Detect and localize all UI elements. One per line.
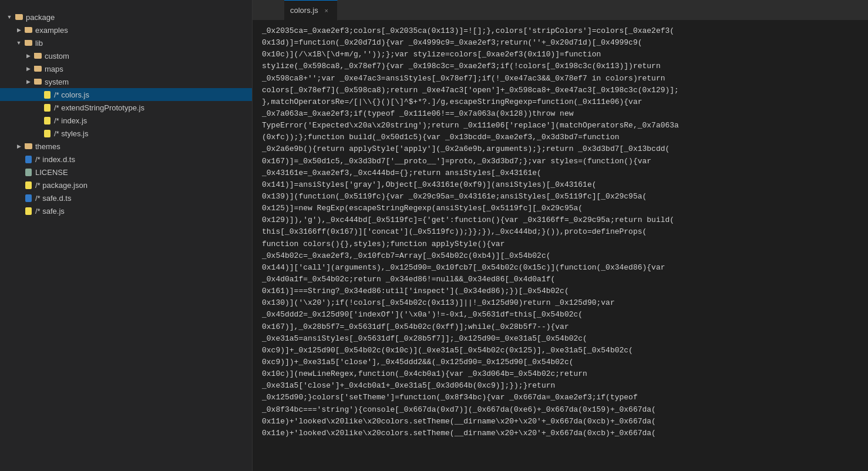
tree-item-label: lib <box>35 39 43 48</box>
chevron-icon <box>23 77 33 86</box>
folder-icon <box>33 77 42 86</box>
folder-icon <box>33 51 42 60</box>
tree-item-index-d-ts[interactable]: /* index.d.ts <box>0 153 252 166</box>
ts-file-icon <box>23 154 33 164</box>
chevron-icon <box>33 90 42 99</box>
tab-bar: colors.js× <box>253 0 868 21</box>
chevron-icon <box>33 129 42 138</box>
chevron-icon <box>14 180 23 190</box>
tree-item-examples[interactable]: examples <box>0 23 252 36</box>
chevron-icon <box>33 116 42 125</box>
folder-icon <box>23 25 33 35</box>
tree-item-label: themes <box>35 142 60 151</box>
tab-colors-js[interactable]: colors.js× <box>284 0 338 21</box>
tree-item-custom[interactable]: custom <box>0 49 252 62</box>
chevron-icon <box>33 103 42 112</box>
tree-item-label: LICENSE <box>35 168 68 177</box>
folder-icon <box>14 12 23 22</box>
js-file-icon <box>23 206 33 216</box>
tree-item-label: /* safe.js <box>35 207 65 216</box>
tree-item-label: system <box>45 78 69 86</box>
tree-item-label: /* package.json <box>35 181 88 190</box>
sidebar-header <box>0 0 252 9</box>
chevron-icon <box>14 154 23 164</box>
chevron-icon <box>23 64 33 73</box>
js-file-icon <box>42 116 52 125</box>
tree-item-label: /* extendStringPrototype.js <box>54 103 144 112</box>
folder-icon <box>23 38 33 48</box>
code-editor[interactable]: _0x2035ca=_0xae2ef3;colors[_0x2035ca(0x1… <box>253 21 868 471</box>
file-tree: packageexampleslibcustommapssystem/* col… <box>0 9 252 471</box>
tree-item-maps[interactable]: maps <box>0 62 252 75</box>
tab-label: colors.js <box>290 6 318 15</box>
js-file-icon <box>42 129 52 138</box>
tree-item-safe-js[interactable]: /* safe.js <box>0 204 252 217</box>
chevron-icon <box>5 12 14 22</box>
nav-forward-button[interactable] <box>269 4 281 16</box>
tree-item-license[interactable]: LICENSE <box>0 166 252 179</box>
tree-item-label: /* index.js <box>54 116 87 125</box>
tree-item-label: custom <box>45 52 69 60</box>
chevron-icon <box>14 193 23 203</box>
nav-arrows <box>253 4 284 16</box>
chevron-icon <box>23 51 33 60</box>
tree-item-extendStringPrototype-js[interactable]: /* extendStringPrototype.js <box>0 101 252 114</box>
tree-item-themes[interactable]: themes <box>0 140 252 153</box>
ts-file-icon <box>23 193 33 203</box>
nav-back-button[interactable] <box>256 4 268 16</box>
js-file-icon <box>23 180 33 190</box>
file-icon <box>23 167 33 177</box>
main-content: colors.js× _0x2035ca=_0xae2ef3;colors[_0… <box>253 0 868 471</box>
tree-item-system[interactable]: system <box>0 75 252 88</box>
tree-item-safe-d-ts[interactable]: /* safe.d.ts <box>0 191 252 204</box>
tree-item-label: maps <box>45 65 63 73</box>
tab-close-button[interactable]: × <box>322 6 331 15</box>
code-content: _0x2035ca=_0xae2ef3;colors[_0x2035ca(0x1… <box>253 23 868 442</box>
tree-item-label: examples <box>35 26 68 35</box>
tree-item-label: /* index.d.ts <box>35 155 75 164</box>
tree-item-label: package <box>26 13 55 22</box>
tree-item-styles-js[interactable]: /* styles.js <box>0 127 252 140</box>
chevron-icon <box>14 142 23 151</box>
chevron-icon <box>14 206 23 216</box>
tree-item-index-js[interactable]: /* index.js <box>0 114 252 127</box>
chevron-icon <box>14 25 23 35</box>
tree-item-label: /* styles.js <box>54 129 89 138</box>
chevron-icon <box>14 167 23 177</box>
tree-item-label: /* colors.js <box>54 90 89 99</box>
folder-icon <box>23 142 33 151</box>
tree-item-label: /* safe.d.ts <box>35 194 71 203</box>
chevron-icon <box>14 38 23 48</box>
js-file-icon <box>42 90 52 99</box>
tree-item-colors-js[interactable]: /* colors.js <box>0 88 252 101</box>
tab-container: colors.js× <box>284 0 338 21</box>
tree-item-package-json[interactable]: /* package.json <box>0 179 252 191</box>
tree-item-package[interactable]: package <box>0 11 252 23</box>
sidebar: packageexampleslibcustommapssystem/* col… <box>0 0 253 471</box>
tree-item-lib[interactable]: lib <box>0 36 252 49</box>
js-file-icon <box>42 103 52 112</box>
folder-icon <box>33 64 42 73</box>
